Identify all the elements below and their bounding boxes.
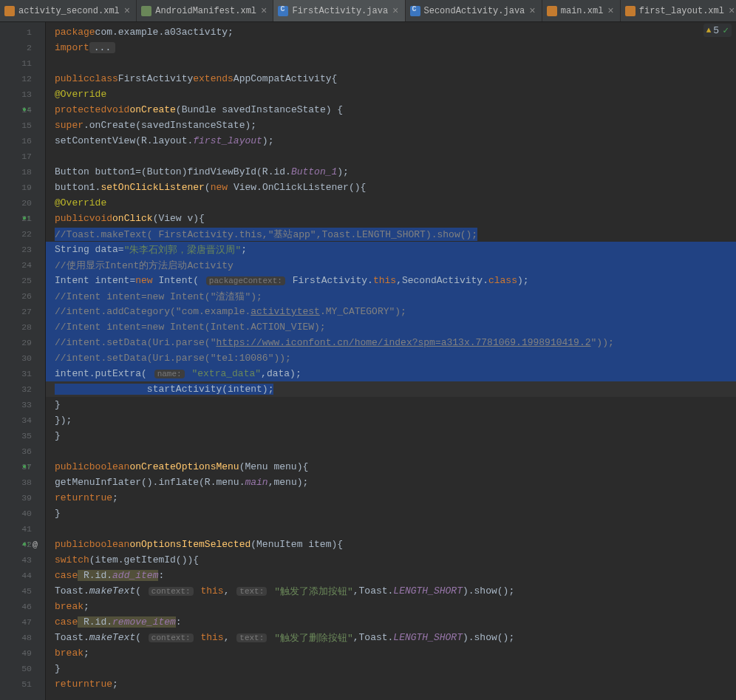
code-line: protected void onCreate(Bundle savedInst… — [46, 102, 736, 118]
annotation-icon: @ — [33, 540, 38, 549]
close-icon[interactable]: × — [529, 5, 535, 17]
gutter-line[interactable]: 37●↑ — [0, 459, 45, 475]
code-line: switch(item.getItemId()){ — [46, 552, 736, 568]
gutter-line[interactable]: 24 — [0, 257, 45, 273]
gutter-line[interactable]: 41 — [0, 521, 45, 537]
tab-main-xml[interactable]: main.xml× — [542, 0, 621, 21]
gutter-line[interactable]: 16 — [0, 133, 45, 149]
manifest-file-icon — [141, 6, 151, 16]
override-icon[interactable]: ●↑ — [22, 463, 31, 471]
code-line: getMenuInflater().inflate(R.menu.main,me… — [46, 475, 736, 490]
code-area[interactable]: package com.example.a03activity; import … — [46, 22, 736, 700]
gutter-line[interactable]: 13 — [0, 86, 45, 102]
code-line: Toast.makeText( context: this, text: "触发… — [46, 583, 736, 599]
gutter-line[interactable]: 28 — [0, 319, 45, 335]
gutter-line[interactable]: 12 — [0, 71, 45, 86]
code-line: //intent.addCategory("com.example.activi… — [46, 304, 736, 319]
gutter-line[interactable]: 1 — [0, 24, 45, 40]
gutter-line[interactable]: 26 — [0, 288, 45, 304]
xml-file-icon — [4, 6, 15, 16]
close-icon[interactable]: × — [261, 5, 267, 17]
gutter-line[interactable]: 35 — [0, 428, 45, 444]
close-icon[interactable]: × — [729, 5, 735, 17]
code-line: break; — [46, 599, 736, 614]
tab-AndroidManifest-xml[interactable]: AndroidManifest.xml× — [137, 0, 273, 21]
gutter-line[interactable]: 34 — [0, 412, 45, 428]
java-file-icon — [278, 6, 288, 16]
gutter-line[interactable]: 18 — [0, 164, 45, 180]
code-line: import ... — [46, 40, 736, 55]
gutter-line[interactable]: 11 — [0, 55, 45, 71]
code-line: button1.setOnClickListener(new View.OnCl… — [46, 180, 736, 195]
gutter-line[interactable]: 20 — [0, 195, 45, 211]
code-line: package com.example.a03activity; — [46, 24, 736, 40]
gutter-line[interactable]: 33 — [0, 397, 45, 412]
code-line: case R.id.remove_item: — [46, 614, 736, 630]
gutter-line[interactable]: 46 — [0, 599, 45, 614]
code-line: case R.id.add_item: — [46, 568, 736, 583]
code-line: Toast.makeText( context: this, text: "触发… — [46, 630, 736, 645]
code-line: public class FirstActivity extends AppCo… — [46, 71, 736, 86]
code-line: }); — [46, 412, 736, 428]
editor-tabs: activity_second.xml×AndroidManifest.xml×… — [0, 0, 736, 22]
code-line: //使用显示Intent的方法启动Activity — [46, 257, 736, 273]
gutter-line[interactable]: 36 — [0, 444, 45, 459]
gutter-line[interactable]: 48 — [0, 630, 45, 645]
tab-label: SecondActivity.java — [424, 6, 525, 16]
gutter-line[interactable]: 17 — [0, 149, 45, 164]
gutter-line[interactable]: 40 — [0, 506, 45, 521]
gutter-line[interactable]: 44 — [0, 568, 45, 583]
override-icon[interactable]: ●↑ — [22, 106, 31, 114]
gutter-line[interactable]: 30 — [0, 350, 45, 366]
code-line: public boolean onCreateOptionsMenu(Menu … — [46, 459, 736, 475]
gutter[interactable]: 1211121314●↑15161718192021●↑222324252627… — [0, 22, 46, 700]
code-line: //Toast.makeText( FirstActivity.this,"基站… — [46, 226, 736, 242]
code-line: startActivity(intent); — [46, 381, 736, 397]
gutter-line[interactable]: 23 — [0, 242, 45, 257]
tab-label: main.xml — [561, 6, 604, 16]
override-icon[interactable]: ●↑ — [22, 214, 31, 222]
editor-area: ▲ 5 ✓ 1211121314●↑15161718192021●↑222324… — [0, 22, 736, 700]
gutter-line[interactable]: 22 — [0, 226, 45, 242]
gutter-line[interactable]: 42●↑@ — [0, 537, 45, 552]
code-line: return true; — [46, 676, 736, 692]
gutter-line[interactable]: 39 — [0, 490, 45, 506]
code-line: } — [46, 428, 736, 444]
code-line: setContentView(R.layout.first_layout); — [46, 133, 736, 149]
gutter-line[interactable]: 19 — [0, 180, 45, 195]
tab-first_layout-xml[interactable]: first_layout.xml× — [621, 0, 736, 21]
code-line: intent.putExtra( name: "extra_data",data… — [46, 366, 736, 381]
close-icon[interactable]: × — [607, 5, 613, 17]
code-line: @Override — [46, 195, 736, 211]
code-line — [46, 444, 736, 459]
gutter-line[interactable]: 15 — [0, 118, 45, 133]
gutter-line[interactable]: 49 — [0, 645, 45, 661]
gutter-line[interactable]: 14●↑ — [0, 102, 45, 118]
gutter-line[interactable]: 50 — [0, 661, 45, 676]
gutter-line[interactable]: 38 — [0, 475, 45, 490]
gutter-line[interactable]: 21●↑ — [0, 211, 45, 226]
tab-FirstActivity-java[interactable]: FirstActivity.java× — [273, 0, 405, 21]
tab-label: AndroidManifest.xml — [155, 6, 256, 16]
gutter-line[interactable]: 32 — [0, 381, 45, 397]
override-icon[interactable]: ●↑ — [22, 540, 31, 548]
tab-SecondActivity-java[interactable]: SecondActivity.java× — [406, 0, 542, 21]
gutter-line[interactable]: 2 — [0, 40, 45, 55]
close-icon[interactable]: × — [124, 5, 130, 17]
tab-activity_second-xml[interactable]: activity_second.xml× — [0, 0, 137, 21]
gutter-line[interactable]: 31 — [0, 366, 45, 381]
gutter-line[interactable]: 29 — [0, 335, 45, 350]
gutter-line[interactable]: 51 — [0, 676, 45, 692]
xml-file-icon — [547, 6, 557, 16]
code-line: @Override — [46, 86, 736, 102]
gutter-line[interactable]: 47 — [0, 614, 45, 630]
gutter-line[interactable]: 25 — [0, 273, 45, 288]
code-line: return true; — [46, 490, 736, 506]
java-file-icon — [410, 6, 420, 16]
gutter-line[interactable]: 27 — [0, 304, 45, 319]
gutter-line[interactable]: 43 — [0, 552, 45, 568]
gutter-line[interactable]: 45 — [0, 583, 45, 599]
xml-file-icon — [625, 6, 636, 16]
code-line — [46, 149, 736, 164]
close-icon[interactable]: × — [392, 5, 398, 17]
